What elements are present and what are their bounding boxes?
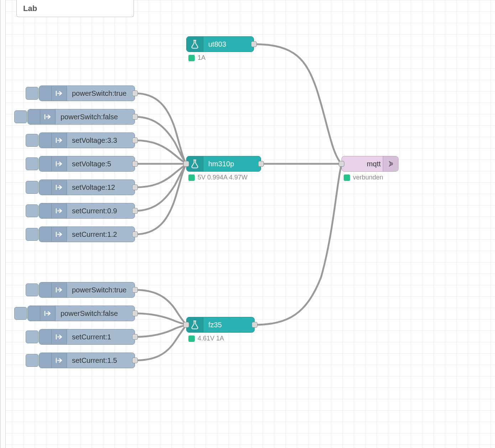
arrow-right-icon xyxy=(52,353,67,368)
port-out[interactable] xyxy=(132,231,138,237)
tab-label: Lab xyxy=(23,4,37,13)
flask-icon xyxy=(187,37,203,52)
inject-setcurrent-1-5[interactable]: setCurrent:1.5 xyxy=(39,353,135,368)
port-out[interactable] xyxy=(132,358,138,363)
port-in[interactable] xyxy=(183,161,189,167)
node-ut803-status: 1A xyxy=(188,54,205,62)
inject-trigger-section xyxy=(39,156,52,171)
inject-powerswitch-true[interactable]: powerSwitch:true xyxy=(39,282,135,298)
inject-powerswitch-false[interactable]: powerSwitch:false xyxy=(27,109,135,125)
node-hm310p-label: hm310p xyxy=(203,156,261,171)
inject-trigger-section xyxy=(28,306,40,321)
inject-setvoltage-5[interactable]: setVoltage:5 xyxy=(39,156,135,172)
arrow-right-icon xyxy=(52,329,67,344)
broadcast-icon xyxy=(383,156,398,171)
status-dot xyxy=(188,335,195,342)
status-text: verbunden xyxy=(353,174,383,181)
tab-lab[interactable]: Lab xyxy=(16,0,134,17)
port-out[interactable] xyxy=(258,161,264,167)
inject-trigger-section xyxy=(39,227,52,242)
port-out[interactable] xyxy=(132,90,138,96)
port-out[interactable] xyxy=(132,161,138,167)
inject-trigger-section xyxy=(39,180,52,195)
arrow-right-icon xyxy=(52,156,67,171)
flask-icon xyxy=(187,156,203,171)
arrow-right-icon xyxy=(52,86,67,101)
inject-trigger-section xyxy=(39,86,52,101)
arrow-right-icon xyxy=(52,203,67,218)
arrow-right-icon xyxy=(52,227,67,242)
arrow-right-icon xyxy=(52,180,67,195)
inject-label: setCurrent:1 xyxy=(67,329,135,344)
node-fz35[interactable]: fz35 xyxy=(186,317,255,333)
port-out[interactable] xyxy=(132,334,138,340)
port-in[interactable] xyxy=(339,161,344,167)
inject-setvoltage-12[interactable]: setVoltage:12 xyxy=(39,179,135,195)
left-gutter xyxy=(0,0,6,448)
inject-trigger-button[interactable] xyxy=(26,157,38,170)
inject-trigger-button[interactable] xyxy=(26,283,38,296)
inject-trigger-section xyxy=(39,133,52,148)
inject-label: setCurrent:0.9 xyxy=(67,203,135,218)
arrow-right-icon xyxy=(40,306,56,321)
status-text: 5V 0.994A 4.97W xyxy=(198,174,248,181)
inject-trigger-button[interactable] xyxy=(26,228,38,241)
arrow-right-icon xyxy=(40,109,56,124)
inject-trigger-button[interactable] xyxy=(26,181,38,194)
status-dot xyxy=(344,174,350,181)
port-out[interactable] xyxy=(132,137,138,143)
inject-trigger-button[interactable] xyxy=(14,110,27,123)
arrow-right-icon xyxy=(52,133,67,148)
node-ut803[interactable]: ut803 xyxy=(186,36,254,52)
inject-trigger-button[interactable] xyxy=(26,134,38,147)
inject-label: setCurrent:1.5 xyxy=(67,353,135,368)
node-fz35-status: 4.61V 1A xyxy=(188,335,224,342)
inject-label: powerSwitch:false xyxy=(56,306,135,321)
status-dot xyxy=(188,174,195,181)
inject-label: setVoltage:5 xyxy=(67,156,135,171)
inject-trigger-section xyxy=(28,109,40,124)
inject-label: powerSwitch:true xyxy=(67,86,135,101)
status-text: 1A xyxy=(198,54,205,62)
port-out[interactable] xyxy=(132,208,138,214)
inject-trigger-section xyxy=(39,203,52,218)
node-hm310p-status: 5V 0.994A 4.97W xyxy=(188,174,248,181)
inject-setcurrent-0-9[interactable]: setCurrent:0.9 xyxy=(39,203,135,219)
port-in[interactable] xyxy=(183,322,189,328)
inject-setcurrent-1-2[interactable]: setCurrent:1.2 xyxy=(39,226,135,242)
inject-setvoltage-3-3[interactable]: setVoltage:3.3 xyxy=(39,132,135,148)
inject-trigger-section xyxy=(39,353,52,368)
node-hm310p[interactable]: hm310p xyxy=(186,156,261,172)
flow-canvas[interactable]: Lab ut803 1A xyxy=(0,0,495,448)
inject-label: powerSwitch:true xyxy=(67,282,135,297)
node-mqtt-status: verbunden xyxy=(344,174,383,181)
flask-icon xyxy=(187,317,203,332)
status-dot xyxy=(188,55,195,61)
port-out[interactable] xyxy=(132,184,138,190)
inject-trigger-button[interactable] xyxy=(26,330,38,343)
node-mqtt-label: mqtt xyxy=(342,156,383,171)
inject-trigger-button[interactable] xyxy=(26,204,38,217)
node-mqtt[interactable]: mqtt xyxy=(342,156,398,172)
inject-label: powerSwitch:false xyxy=(56,109,135,124)
port-out[interactable] xyxy=(132,287,138,293)
inject-label: setVoltage:3.3 xyxy=(67,133,135,148)
inject-powerswitch-false[interactable]: powerSwitch:false xyxy=(27,306,135,321)
inject-setcurrent-1[interactable]: setCurrent:1 xyxy=(39,329,135,345)
port-out[interactable] xyxy=(132,114,138,120)
port-out[interactable] xyxy=(132,311,138,316)
inject-label: setCurrent:1.2 xyxy=(67,227,135,242)
arrow-right-icon xyxy=(52,282,67,297)
wire-layer xyxy=(0,0,495,448)
inject-trigger-section xyxy=(39,282,52,297)
inject-powerswitch-true[interactable]: powerSwitch:true xyxy=(39,85,135,101)
inject-trigger-button[interactable] xyxy=(26,87,38,100)
inject-trigger-button[interactable] xyxy=(14,307,27,320)
port-out[interactable] xyxy=(251,41,257,47)
node-fz35-label: fz35 xyxy=(203,317,254,332)
node-ut803-label: ut803 xyxy=(203,37,254,52)
port-out[interactable] xyxy=(252,322,257,328)
inject-label: setVoltage:12 xyxy=(67,180,135,195)
status-text: 4.61V 1A xyxy=(198,335,224,342)
inject-trigger-button[interactable] xyxy=(26,354,38,367)
